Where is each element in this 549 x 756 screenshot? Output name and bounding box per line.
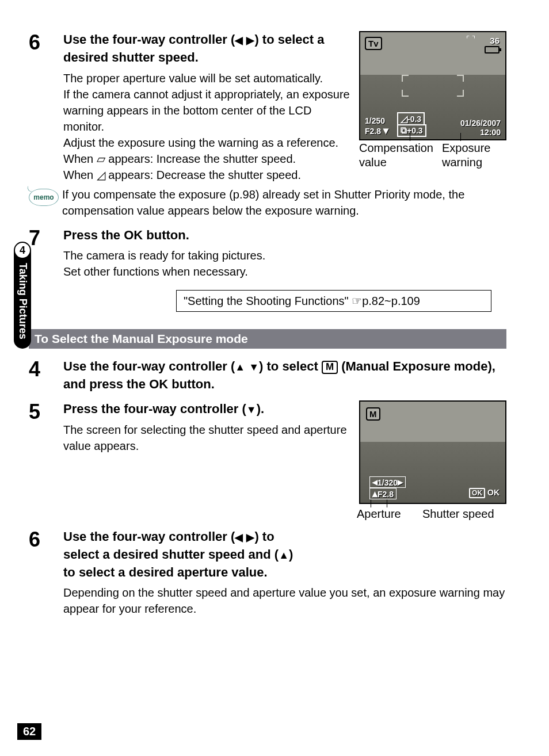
step-6-tv: 6 Tv ⌜ ⌝ 36 1/250 F2.8 ▾ ◿-0.3 ⧉+0.3 01/… (29, 31, 506, 183)
page-number: 62 (17, 723, 41, 740)
left-triangle-icon: ◀ (235, 532, 243, 543)
mode-indicator-tv: Tv (365, 37, 382, 50)
step-7: 7 Press the OK button. The camera is rea… (29, 227, 506, 280)
lcd-exposure-warning: ◿-0.3 (397, 112, 425, 125)
chapter-title: Taking Pictures (14, 250, 31, 349)
caption-aperture: Aperture (357, 507, 401, 521)
shots-remaining: 36 (490, 36, 500, 45)
step-number: 7 (29, 227, 63, 249)
step-6-manual-title: Use the four-way controller (◀ ▶) to sel… (63, 528, 305, 581)
down-triangle-icon: ▾ (383, 125, 388, 136)
step-number: 6 (29, 31, 63, 53)
down-triangle-icon: ▼ (249, 362, 259, 372)
lcd-ok-indicator: OK OK (469, 488, 500, 498)
step-5-manual: 5 M ◂1/320▸ ▴F2.8 OK OK Aperture Shutter… (29, 400, 506, 525)
step-number: 5 (29, 400, 63, 422)
mode-indicator-m: M (366, 407, 380, 421)
battery-icon (485, 46, 500, 54)
lcd-shutter-value: 1/250 (365, 116, 385, 125)
ev-comp-icon: ⧉ (401, 125, 407, 136)
chapter-tab: 4 Taking Pictures (14, 242, 33, 391)
step-7-title: Press the OK button. (63, 227, 506, 245)
focus-bracket-icon (402, 90, 409, 97)
underexposed-icon: ◿ (97, 169, 105, 181)
lcd-screen-manual: M ◂1/320▸ ▴F2.8 OK OK (359, 400, 506, 504)
step-number: 6 (29, 528, 63, 550)
caption-shutter-speed: Shutter speed (422, 507, 494, 521)
figure-lcd-manual: M ◂1/320▸ ▴F2.8 OK OK Aperture Shutter s… (359, 400, 506, 525)
overexposed-icon: ▱ (97, 152, 105, 165)
right-triangle-icon: ▶ (246, 35, 254, 45)
caption-compensation-value: Compensation value (359, 141, 440, 170)
memo-note: memo If you compensate the exposure (p.9… (29, 186, 506, 219)
memo-text: If you compensate the exposure (p.98) al… (62, 186, 506, 219)
pointer-icon: ☞ (352, 295, 362, 307)
step-7-body: The camera is ready for taking pictures.… (63, 247, 506, 280)
up-triangle-icon: ▲ (279, 550, 289, 560)
lcd-aperture-value: F2.8 ▾ (365, 125, 388, 136)
left-triangle-icon: ◂ (372, 477, 378, 487)
down-triangle-icon: ▼ (246, 404, 257, 415)
af-corner-icon: ⌜ ⌝ (466, 35, 475, 43)
caption-exposure-warning: Exposure warning (442, 141, 505, 170)
right-triangle-icon: ▸ (398, 477, 403, 487)
up-triangle-icon: ▴ (372, 488, 378, 499)
step-6-manual-body: Depending on the shutter speed and apert… (63, 585, 506, 617)
step-number: 4 (29, 358, 63, 380)
cross-reference-box: "Setting the Shooting Functions" ☞p.82~p… (176, 290, 491, 312)
section-heading-manual-exposure: To Select the Manual Exposure mode (29, 329, 506, 349)
focus-bracket-icon (402, 75, 409, 82)
lcd-exposure-compensation: ⧉+0.3 (397, 124, 426, 137)
lcd-aperture-value: ▴F2.8 (369, 488, 396, 499)
chapter-number: 4 (14, 242, 31, 259)
lcd-date: 01/26/2007 (460, 119, 501, 128)
memo-icon: memo (29, 189, 62, 206)
lcd-screen-tv: Tv ⌜ ⌝ 36 1/250 F2.8 ▾ ◿-0.3 ⧉+0.3 01/26… (359, 31, 506, 140)
figure-lcd-tv: Tv ⌜ ⌝ 36 1/250 F2.8 ▾ ◿-0.3 ⧉+0.3 01/26… (359, 31, 506, 178)
step-4-title: Use the four-way controller (▲ ▼) to sel… (63, 358, 506, 394)
lcd-shutter-value: ◂1/320▸ (369, 476, 406, 488)
left-triangle-icon: ◀ (235, 35, 243, 45)
focus-bracket-icon (457, 90, 464, 97)
manual-mode-icon: M (322, 361, 338, 374)
lcd-time: 12:00 (480, 128, 501, 137)
up-triangle-icon: ▲ (235, 362, 245, 372)
step-4-manual: 4 Use the four-way controller (▲ ▼) to s… (29, 358, 506, 397)
step-6-manual: 6 Use the four-way controller (◀ ▶) to s… (29, 528, 506, 617)
focus-bracket-icon (457, 75, 464, 82)
right-triangle-icon: ▶ (246, 532, 254, 543)
exposure-icon: ◿ (401, 113, 407, 124)
